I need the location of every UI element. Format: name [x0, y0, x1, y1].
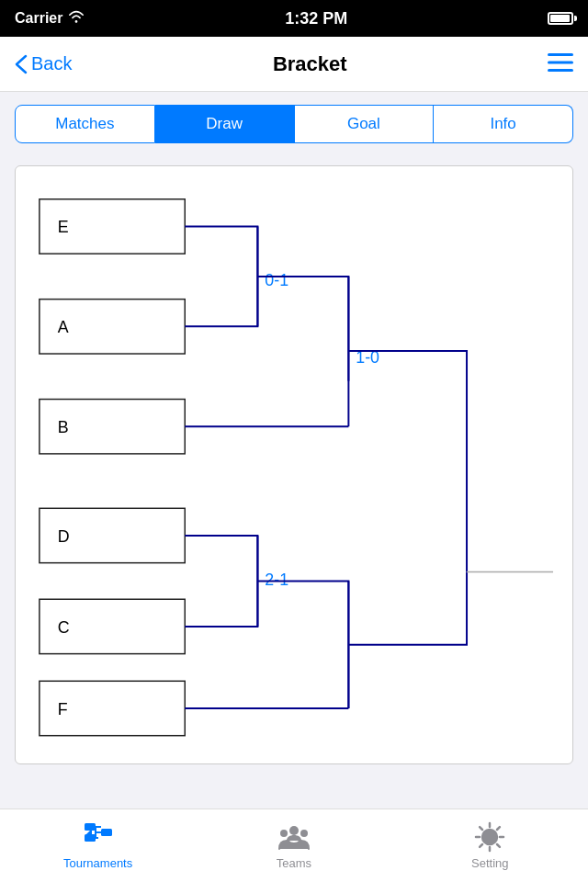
menu-icon[interactable] [548, 52, 573, 76]
back-button[interactable]: Back [15, 53, 72, 74]
wifi-icon [68, 10, 85, 27]
connector-mid2 [257, 581, 348, 708]
team-E-label: E [58, 218, 69, 236]
team-A-label: A [58, 318, 69, 336]
score-01-label: 0-1 [265, 271, 288, 289]
back-label: Back [31, 53, 72, 74]
svg-point-10 [289, 826, 299, 835]
bottom-tab-teams[interactable]: Teams [239, 821, 349, 870]
carrier-text: Carrier [15, 10, 62, 27]
tab-matches[interactable]: Matches [15, 105, 155, 143]
connector-r2-top [348, 351, 467, 571]
connector-EA [185, 226, 257, 326]
svg-rect-1 [548, 61, 573, 63]
battery-icon [548, 12, 573, 25]
status-bar: Carrier 1:32 PM [0, 0, 588, 37]
svg-rect-5 [101, 829, 112, 836]
bottom-tab-tournaments-label: Tournaments [63, 856, 132, 870]
page-title: Bracket [273, 52, 347, 76]
bottom-tab-setting[interactable]: Setting [435, 821, 545, 870]
score-21-label: 2-1 [265, 571, 288, 589]
status-time: 1:32 PM [285, 9, 347, 28]
bottom-tab-bar: Tournaments Teams Setting [0, 808, 588, 882]
tab-goal[interactable]: Goal [295, 105, 435, 143]
team-B-label: B [58, 418, 69, 436]
bracket-svg: E A B D C F 0-1 [30, 181, 558, 745]
carrier-info: Carrier [15, 10, 85, 27]
bottom-tab-tournaments[interactable]: Tournaments [43, 821, 153, 870]
bottom-tab-teams-label: Teams [277, 856, 311, 870]
team-F-label: F [58, 700, 68, 718]
tab-draw[interactable]: Draw [155, 105, 295, 143]
bracket-area: E A B D C F 0-1 [0, 156, 588, 808]
svg-point-14 [482, 830, 497, 844]
connector-r2-bot [348, 572, 467, 645]
connector-DC [185, 536, 257, 627]
svg-point-11 [280, 830, 288, 837]
team-D-label: D [58, 527, 70, 546]
bottom-tab-setting-label: Setting [471, 856, 508, 870]
svg-rect-2 [548, 69, 573, 72]
team-C-label: C [58, 618, 70, 637]
bracket-container: E A B D C F 0-1 [15, 165, 573, 764]
nav-bar: Back Bracket [0, 37, 588, 92]
tab-info[interactable]: Info [434, 105, 573, 143]
svg-rect-0 [548, 53, 573, 56]
tab-bar: Matches Draw Goal Info [0, 92, 588, 156]
svg-rect-3 [85, 823, 96, 831]
connector-mid1 [257, 277, 348, 381]
svg-point-12 [300, 830, 308, 837]
